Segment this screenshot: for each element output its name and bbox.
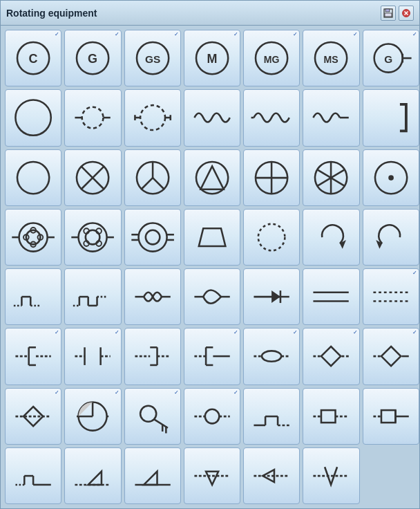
symbol-compressor-c[interactable]: ✓ C (5, 30, 61, 86)
symbol-diamond-2-checked[interactable]: ✓ (363, 328, 419, 385)
svg-point-33 (17, 162, 49, 194)
symbol-arrow-ccw[interactable] (363, 209, 419, 266)
symbol-bearing-2[interactable] (64, 209, 121, 266)
check-indicator: ✓ (174, 31, 179, 37)
check-indicator: ✓ (412, 270, 417, 276)
symbol-butterfly-valve-1[interactable] (124, 268, 181, 325)
svg-line-39 (141, 178, 153, 189)
symbol-step-notch[interactable] (5, 447, 61, 504)
symbol-rect-with-line[interactable] (363, 388, 419, 445)
symbol-bracket[interactable] (363, 89, 419, 146)
symbol-dashed-small-circle[interactable] (64, 89, 121, 146)
svg-marker-164 (144, 471, 157, 484)
symbol-dashed-circle[interactable] (243, 209, 300, 266)
symbol-circle-four[interactable] (243, 149, 300, 206)
symbol-flow-arrow-3[interactable]: ✓ (363, 268, 419, 325)
check-indicator: ✓ (412, 31, 417, 37)
check-indicator: ✓ (55, 31, 59, 37)
svg-point-26 (140, 105, 165, 130)
symbol-circle-x[interactable] (64, 149, 121, 206)
svg-text:G: G (88, 52, 97, 66)
svg-point-69 (145, 230, 160, 245)
svg-rect-153 (381, 410, 396, 423)
symbol-inductor-1[interactable] (184, 89, 240, 146)
symbol-bearing-3[interactable] (124, 209, 181, 266)
symbol-step-1[interactable] (5, 268, 61, 325)
symbol-dashed-rect-circle[interactable] (124, 89, 181, 146)
symbol-circle-triangle[interactable] (184, 149, 240, 206)
close-button[interactable] (399, 6, 414, 21)
check-indicator: ✓ (55, 389, 59, 396)
svg-text:M: M (207, 52, 217, 66)
svg-point-61 (86, 230, 100, 245)
symbol-triangle-flag-2[interactable] (124, 447, 181, 504)
symbol-circle-y[interactable] (124, 149, 181, 206)
close-icon (402, 9, 410, 17)
symbol-sq-bracket-left-2-checked[interactable]: ✓ (184, 328, 240, 385)
window-title: Rotating equipment (6, 8, 97, 19)
svg-text:MG: MG (264, 54, 280, 65)
symbol-diamond-dashed-checked[interactable]: ✓ (5, 388, 61, 445)
svg-rect-2 (385, 13, 392, 17)
symbol-motor-generator-mg[interactable]: ✓ MG (243, 30, 300, 86)
save-button[interactable] (381, 6, 396, 21)
check-indicator: ✓ (115, 31, 120, 37)
symbol-bracket-right[interactable] (124, 328, 181, 385)
symbol-large-circle[interactable] (5, 89, 61, 146)
check-indicator: ✓ (412, 329, 417, 335)
svg-text:G: G (384, 53, 392, 65)
title-bar: Rotating equipment (1, 1, 419, 26)
save-icon (383, 8, 393, 18)
symbol-triangle-flag[interactable] (64, 447, 121, 504)
svg-rect-150 (321, 410, 336, 423)
check-indicator: ✓ (293, 329, 298, 335)
symbol-key-checked[interactable]: ✓ (124, 388, 181, 445)
svg-rect-1 (385, 9, 390, 12)
svg-marker-95 (271, 290, 280, 303)
symbol-butterfly-valve-2[interactable] (184, 268, 240, 325)
symbol-motor-m[interactable]: ✓ M (184, 30, 240, 86)
symbol-flow-arrow-1[interactable] (243, 268, 300, 325)
svg-marker-162 (88, 471, 102, 484)
symbol-generator-g[interactable]: ✓ G (64, 30, 121, 86)
svg-point-141 (205, 409, 220, 423)
symbol-step-shape[interactable] (243, 388, 300, 445)
symbol-pie-chart-checked[interactable]: ✓ (64, 388, 121, 445)
check-indicator: ✓ (115, 389, 120, 396)
symbol-arrow-v-dashed[interactable] (303, 447, 359, 504)
symbol-circle-dot[interactable] (363, 149, 419, 206)
symbol-circle-plain[interactable] (5, 149, 61, 206)
symbol-lens-checked[interactable]: ✓ (243, 328, 300, 385)
symbol-generator-gs[interactable]: ✓ GS (124, 30, 181, 86)
svg-point-68 (138, 223, 166, 251)
symbol-bearing-1[interactable] (5, 209, 61, 266)
symbol-arrow-left-dashed[interactable] (243, 447, 300, 504)
symbol-rect-small[interactable] (303, 388, 359, 445)
check-indicator: ✓ (55, 329, 59, 335)
svg-marker-128 (381, 346, 401, 366)
symbol-flow-arrow-2[interactable] (303, 268, 359, 325)
symbol-step-2[interactable] (64, 268, 121, 325)
title-bar-buttons (381, 6, 414, 21)
svg-line-40 (153, 178, 164, 189)
symbol-circle-terminal-checked[interactable]: ✓ (184, 388, 240, 445)
check-indicator: ✓ (233, 31, 238, 37)
symbol-circle-star[interactable] (303, 149, 359, 206)
svg-text:GS: GS (145, 53, 160, 65)
symbol-motor-ms[interactable]: ✓ MS (303, 30, 359, 86)
symbol-grid: ✓ C ✓ G ✓ GS ✓ M ✓ MG ✓ MS ✓ G (1, 26, 419, 508)
symbol-sq-bracket-left-checked[interactable]: ✓ (5, 328, 61, 385)
rotating-equipment-window: Rotating equipment ✓ C (0, 0, 420, 509)
svg-text:C: C (29, 52, 38, 66)
symbol-arrow-down-dashed[interactable] (184, 447, 240, 504)
symbol-i-bar-checked[interactable]: ✓ (64, 328, 121, 385)
symbol-arrow-cw[interactable] (303, 209, 359, 266)
symbol-generator-g-line[interactable]: ✓ G (363, 30, 419, 86)
symbol-diamond-checked[interactable]: ✓ (303, 328, 359, 385)
check-indicator: ✓ (233, 329, 238, 335)
symbol-inductor-2[interactable] (243, 89, 300, 146)
symbol-inductor-3[interactable] (303, 89, 359, 146)
symbol-trapezoid[interactable] (184, 209, 240, 266)
check-indicator: ✓ (353, 31, 358, 37)
svg-marker-166 (206, 471, 218, 484)
